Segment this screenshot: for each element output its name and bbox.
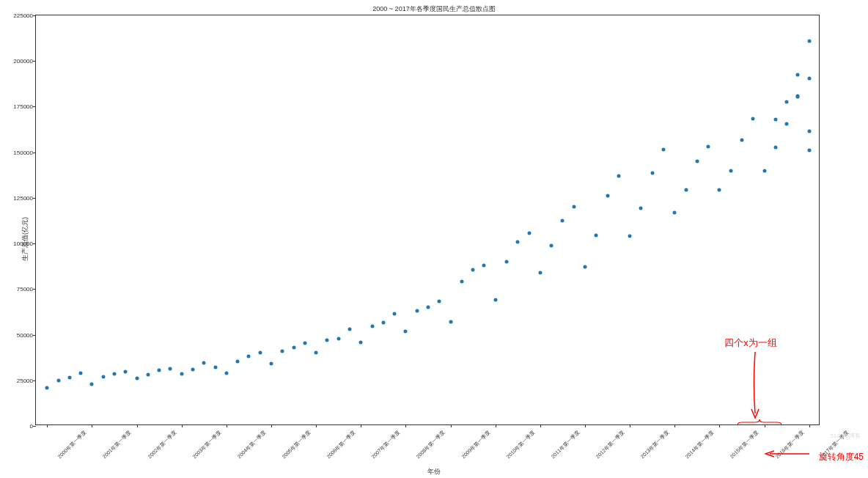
- scatter-point: [595, 233, 598, 237]
- x-tick-label: 2013年第一季度: [639, 429, 671, 460]
- scatter-point: [493, 298, 497, 302]
- y-tick-label: 200000: [13, 58, 36, 65]
- scatter-point: [684, 188, 688, 191]
- scatter-point: [303, 341, 306, 345]
- watermark: 51CTO博客: [830, 432, 861, 440]
- scatter-point: [359, 340, 363, 344]
- x-tick-mark: [182, 424, 183, 427]
- scatter-point: [124, 369, 128, 373]
- scatter-point: [584, 265, 587, 269]
- x-tick-mark: [271, 424, 272, 427]
- scatter-point: [527, 232, 531, 235]
- scatter-point: [572, 205, 575, 209]
- scatter-point: [213, 366, 217, 369]
- y-tick-label: 25000: [17, 377, 36, 383]
- x-tick-label: 2012年第一季度: [595, 429, 626, 460]
- scatter-point: [348, 328, 352, 331]
- chart-title: 2000 ~ 2017年各季度国民生产总值散点图: [0, 4, 868, 14]
- x-tick-mark: [227, 424, 227, 427]
- x-tick-mark: [630, 424, 630, 427]
- x-tick-mark: [316, 424, 317, 427]
- scatter-point: [90, 382, 94, 386]
- scatter-point: [785, 122, 789, 126]
- scatter-point: [482, 263, 486, 267]
- x-tick-label: 2006年第一季度: [326, 429, 357, 460]
- scatter-point: [169, 367, 172, 370]
- scatter-point: [281, 349, 284, 353]
- x-tick-label: 2015年第一季度: [729, 429, 760, 460]
- scatter-point: [315, 351, 318, 355]
- x-tick-label: 2008年第一季度: [415, 429, 446, 460]
- scatter-point: [56, 378, 60, 382]
- scatter-point: [427, 306, 430, 309]
- x-tick-mark: [809, 424, 810, 427]
- scatter-point: [561, 219, 564, 223]
- scatter-point: [807, 149, 811, 152]
- scatter-point: [67, 376, 71, 380]
- scatter-point: [751, 117, 755, 120]
- scatter-point: [101, 375, 105, 378]
- scatter-point: [773, 117, 777, 121]
- scatter-point: [617, 174, 620, 178]
- scatter-point: [807, 39, 811, 43]
- scatter-point: [258, 351, 262, 355]
- scatter-point: [270, 362, 273, 366]
- scatter-point: [606, 194, 609, 198]
- x-tick-label: 2000年第一季度: [56, 429, 88, 460]
- scatter-point: [460, 280, 463, 284]
- scatter-point: [381, 321, 385, 325]
- x-tick-mark: [496, 424, 496, 427]
- scatter-point: [191, 367, 195, 371]
- y-tick-label: 100000: [13, 240, 36, 247]
- scatter-point: [292, 345, 295, 349]
- brace-icon: [738, 419, 781, 425]
- scatter-point: [796, 95, 800, 98]
- x-tick-mark: [585, 424, 586, 427]
- y-tick-label: 50000: [17, 331, 36, 338]
- x-tick-mark: [137, 424, 138, 427]
- x-tick-mark: [47, 424, 48, 427]
- y-tick-label: 0: [30, 423, 36, 430]
- scatter-point: [79, 371, 83, 375]
- scatter-point: [628, 235, 632, 238]
- x-tick-label: 2007年第一季度: [370, 429, 402, 460]
- x-tick-label: 2001年第一季度: [101, 429, 133, 460]
- y-tick-label: 175000: [13, 103, 36, 110]
- scatter-point: [404, 329, 408, 333]
- scatter-point: [516, 240, 520, 243]
- arrow-left-icon: [764, 450, 809, 457]
- scatter-point: [505, 260, 509, 264]
- x-tick-mark: [540, 424, 541, 427]
- scatter-point: [135, 377, 139, 380]
- scatter-point: [224, 371, 228, 375]
- x-tick-mark: [451, 424, 452, 427]
- x-axis-label: 年份: [427, 467, 441, 477]
- x-tick-label: 2003年第一季度: [191, 429, 223, 460]
- scatter-point: [449, 320, 452, 324]
- x-tick-mark: [719, 424, 720, 427]
- plot-area: 0250005000075000100000125000150000175000…: [35, 15, 820, 425]
- scatter-point: [326, 339, 329, 342]
- x-tick-label: 2002年第一季度: [146, 429, 177, 460]
- scatter-point: [785, 100, 789, 104]
- x-tick-label: 2004年第一季度: [236, 429, 268, 460]
- scatter-point: [550, 243, 553, 247]
- scatter-point: [807, 76, 811, 80]
- y-tick-label: 150000: [13, 149, 36, 155]
- scatter-point: [471, 268, 475, 272]
- scatter-point: [236, 359, 240, 363]
- scatter-point: [650, 172, 654, 175]
- scatter-point: [729, 169, 732, 172]
- scatter-point: [438, 299, 441, 303]
- x-tick-label: 2014年第一季度: [684, 429, 716, 460]
- x-tick-label: 2011年第一季度: [550, 429, 581, 460]
- scatter-point: [762, 169, 766, 172]
- scatter-point: [695, 160, 699, 163]
- scatter-point: [370, 325, 374, 328]
- scatter-point: [662, 147, 666, 151]
- scatter-point: [158, 369, 161, 372]
- scatter-point: [336, 337, 340, 340]
- x-tick-mark: [361, 424, 361, 427]
- y-tick-label: 125000: [13, 194, 36, 201]
- scatter-point: [718, 188, 721, 191]
